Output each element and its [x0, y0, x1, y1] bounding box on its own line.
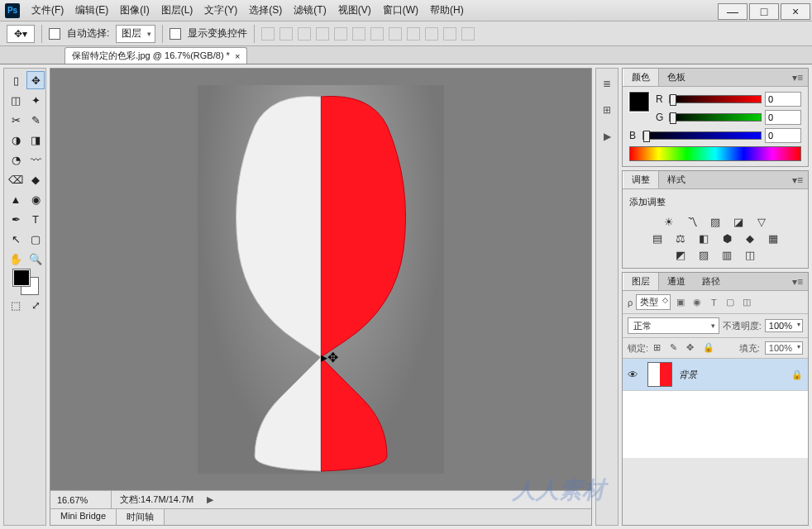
tool-path-select[interactable]: ↖ [7, 230, 25, 248]
hue-icon[interactable]: ▤ [650, 231, 665, 245]
menu-filter[interactable]: 滤镜(T) [289, 0, 331, 21]
filter-type-icon[interactable]: T [707, 296, 720, 309]
exposure-icon[interactable]: ◪ [731, 215, 746, 228]
tool-crop[interactable]: ✂ [7, 111, 25, 129]
layer-filter-kind[interactable]: 类型 [636, 294, 671, 310]
close-button[interactable]: × [781, 3, 810, 20]
document-tab[interactable]: 保留特定的色彩.jpg @ 16.7%(RGB/8) * × [64, 47, 247, 64]
tool-shape[interactable]: ▢ [26, 230, 45, 248]
tab-timeline[interactable]: 时间轴 [117, 509, 165, 525]
menu-view[interactable]: 视图(V) [333, 0, 376, 21]
layer-row[interactable]: 👁 背景 🔒 [623, 359, 808, 391]
tool-brush[interactable]: ◨ [26, 131, 45, 149]
tool-history-brush[interactable]: 〰 [26, 150, 45, 169]
document-tab-close-icon[interactable]: × [235, 51, 240, 61]
maximize-button[interactable]: □ [749, 3, 779, 20]
channel-mixer-icon[interactable]: ◆ [743, 231, 757, 245]
visibility-eye-icon[interactable]: 👁 [628, 369, 641, 381]
auto-select-target[interactable]: 图层 [116, 25, 155, 43]
doc-size[interactable]: 文档:14.7M/14.7M [112, 493, 202, 506]
tool-dodge[interactable]: ◉ [26, 190, 45, 208]
auto-select-checkbox[interactable] [49, 28, 60, 40]
tool-eyedropper[interactable]: ✎ [26, 111, 45, 129]
align-icon[interactable] [334, 27, 347, 41]
foreground-color-swatch[interactable] [13, 269, 30, 286]
tab-layers[interactable]: 图层 [623, 273, 659, 290]
filter-smart-icon[interactable]: ◫ [740, 296, 753, 309]
minimize-button[interactable]: — [718, 3, 748, 20]
align-icon[interactable] [461, 27, 475, 41]
brightness-icon[interactable]: ☀ [662, 215, 676, 228]
menu-help[interactable]: 帮助(H) [425, 0, 469, 21]
photo-filter-icon[interactable]: ⬢ [719, 231, 734, 245]
spectrum-ramp[interactable] [629, 146, 801, 161]
layer-name[interactable]: 背景 [679, 369, 785, 381]
opacity-input[interactable]: 100% [765, 319, 803, 332]
tool-heal[interactable]: ◑ [7, 131, 25, 149]
align-icon[interactable] [298, 27, 311, 41]
tab-mini-bridge[interactable]: Mini Bridge [50, 509, 117, 525]
r-input[interactable] [765, 92, 801, 107]
zoom-level[interactable]: 16.67% [50, 491, 112, 508]
tool-pen[interactable]: ✒ [7, 210, 25, 228]
lock-position-icon[interactable]: ✥ [686, 342, 698, 354]
show-transform-checkbox[interactable] [170, 28, 181, 40]
filter-adjust-icon[interactable]: ◉ [690, 296, 704, 309]
tool-type[interactable]: T [26, 210, 45, 228]
align-icon[interactable] [352, 27, 365, 41]
b-slider[interactable] [642, 131, 762, 140]
tab-adjustments[interactable]: 调整 [623, 171, 659, 188]
tool-hand[interactable]: ✋ [7, 250, 25, 268]
vibrance-icon[interactable]: ▽ [754, 215, 769, 228]
lock-pixels-icon[interactable]: ✎ [670, 342, 681, 354]
tool-marquee[interactable]: ▯ [7, 71, 25, 89]
filter-pixel-icon[interactable]: ▣ [674, 296, 687, 309]
menu-file[interactable]: 文件(F) [26, 0, 69, 21]
gradient-map-icon[interactable]: ◫ [743, 248, 757, 261]
align-icon[interactable] [279, 27, 293, 41]
dock-properties-icon[interactable]: ⊞ [599, 102, 615, 118]
filter-shape-icon[interactable]: ▢ [724, 296, 737, 309]
fill-input[interactable]: 100% [765, 341, 803, 355]
panel-menu-icon[interactable]: ▾≡ [787, 72, 808, 83]
align-icon[interactable] [389, 27, 402, 41]
tool-gradient[interactable]: ◆ [26, 170, 45, 188]
canvas[interactable]: ▸✥ [50, 69, 591, 490]
tool-zoom[interactable]: 🔍 [26, 250, 45, 268]
lock-transparent-icon[interactable]: ⊞ [653, 342, 665, 354]
menu-layer[interactable]: 图层(L) [156, 0, 198, 21]
menu-select[interactable]: 选择(S) [244, 0, 287, 21]
posterize-icon[interactable]: ▨ [696, 248, 711, 261]
tool-quickmask[interactable]: ⬚ [7, 296, 25, 314]
status-arrow-icon[interactable]: ▶ [202, 494, 218, 505]
align-icon[interactable] [261, 27, 275, 41]
bw-icon[interactable]: ◧ [696, 231, 711, 245]
dock-actions-icon[interactable]: ▶ [599, 128, 615, 145]
align-icon[interactable] [316, 27, 329, 41]
tool-stamp[interactable]: ◔ [7, 150, 25, 169]
tab-styles[interactable]: 样式 [659, 171, 694, 188]
menu-image[interactable]: 图像(I) [115, 0, 154, 21]
tab-paths[interactable]: 路径 [694, 273, 728, 290]
tool-blur[interactable]: ▲ [7, 190, 25, 208]
tool-wand[interactable]: ✦ [26, 91, 45, 109]
align-icon[interactable] [443, 27, 456, 41]
align-icon[interactable] [370, 27, 384, 41]
lock-all-icon[interactable]: 🔒 [703, 342, 714, 354]
g-input[interactable] [765, 110, 801, 125]
dock-history-icon[interactable]: ≣ [599, 75, 615, 92]
curves-icon[interactable]: ▨ [708, 215, 723, 228]
tool-screenmode[interactable]: ⤢ [26, 296, 45, 314]
g-slider[interactable] [669, 113, 762, 122]
menu-edit[interactable]: 编辑(E) [70, 0, 113, 21]
color-swatch[interactable] [7, 269, 45, 294]
menu-type[interactable]: 文字(Y) [199, 0, 242, 21]
tool-lasso[interactable]: ◫ [7, 91, 25, 109]
color-preview-swatch[interactable] [629, 92, 649, 112]
tool-move[interactable]: ✥ [26, 71, 45, 89]
align-icon[interactable] [425, 27, 438, 41]
menu-window[interactable]: 窗口(W) [378, 0, 423, 21]
blend-mode-select[interactable]: 正常 [628, 317, 719, 334]
tab-channels[interactable]: 通道 [659, 273, 694, 290]
r-slider[interactable] [669, 95, 762, 103]
